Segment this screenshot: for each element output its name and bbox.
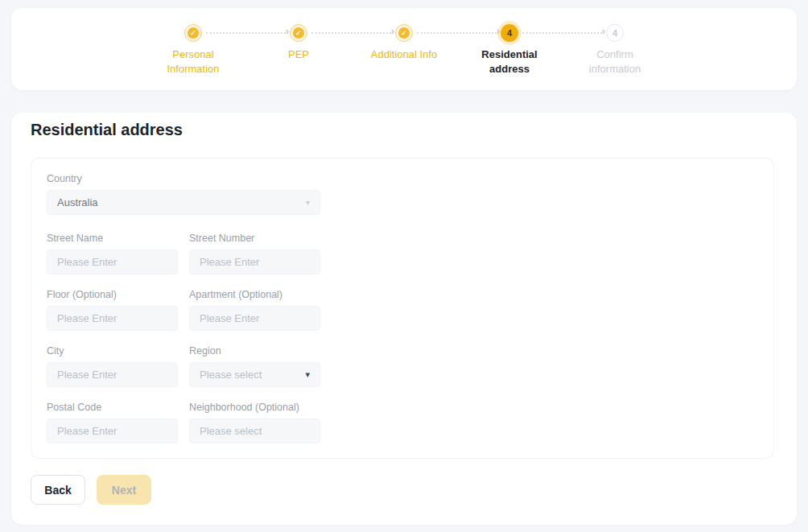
region-placeholder: Please select xyxy=(200,369,262,381)
chevron-down-icon: ▾ xyxy=(305,370,310,379)
floor-label: Floor (Optional) xyxy=(47,289,178,300)
check-icon: ✓ xyxy=(188,27,199,39)
page: ✓ Personal Information › ✓ PEP › ✓ xyxy=(0,0,808,532)
postal-code-input[interactable] xyxy=(47,419,178,443)
city-label: City xyxy=(47,345,178,357)
step-number-upcoming: 4 xyxy=(606,24,624,42)
postal-code-label: Postal Code xyxy=(47,402,178,413)
step-number-active: 4 xyxy=(501,24,518,42)
field-street-number: Street Number xyxy=(189,233,320,274)
arrow-right-icon: › xyxy=(497,26,500,36)
step-label: Personal Information xyxy=(151,47,235,76)
field-city: City xyxy=(47,345,178,387)
field-floor: Floor (Optional) xyxy=(47,289,178,331)
field-postal-code: Postal Code xyxy=(47,402,178,443)
step-circle: 4 xyxy=(501,24,518,42)
step-label: Confirm information xyxy=(573,47,657,76)
neighborhood-select[interactable]: Please select xyxy=(189,419,320,443)
street-number-input[interactable] xyxy=(189,250,320,274)
arrow-right-icon: › xyxy=(391,26,394,36)
page-title: Residential address xyxy=(31,121,183,139)
check-icon: ✓ xyxy=(398,27,410,39)
step-ring: ✓ xyxy=(290,24,307,42)
stepper-step-confirm-information: › 4 Confirm information xyxy=(563,24,668,76)
step-label: Additional Info xyxy=(371,47,437,62)
field-apartment: Apartment (Optional) xyxy=(189,289,320,331)
city-input[interactable] xyxy=(47,362,178,387)
country-select[interactable]: Australia ▾ xyxy=(47,190,320,215)
step-ring: ✓ xyxy=(395,24,413,42)
stepper-card: ✓ Personal Information › ✓ PEP › ✓ xyxy=(11,8,797,90)
arrow-right-icon: › xyxy=(286,26,289,36)
neighborhood-placeholder: Please select xyxy=(200,425,262,437)
step-circle: 4 xyxy=(606,24,624,42)
back-button[interactable]: Back xyxy=(31,475,85,505)
floor-input[interactable] xyxy=(47,306,178,331)
arrow-right-icon: › xyxy=(602,26,605,36)
stepper-connector: › xyxy=(417,32,497,34)
field-region: Region Please select ▾ xyxy=(189,345,320,387)
stepper-connector: › xyxy=(206,32,286,34)
step-circle: ✓ xyxy=(184,24,202,42)
country-label: Country xyxy=(47,173,320,184)
step-label: PEP xyxy=(288,47,309,62)
field-street-name: Street Name xyxy=(47,233,178,274)
address-fieldset: Country Australia ▾ Street Name Street N… xyxy=(31,158,774,459)
street-name-label: Street Name xyxy=(47,233,178,244)
country-value: Australia xyxy=(57,196,98,208)
field-country: Country Australia ▾ xyxy=(47,173,320,215)
field-neighborhood: Neighborhood (Optional) Please select xyxy=(189,402,320,443)
street-name-input[interactable] xyxy=(47,250,178,274)
stepper-connector: › xyxy=(311,32,391,34)
stepper-connector: › xyxy=(522,32,602,34)
step-ring: ✓ xyxy=(184,24,202,42)
region-select[interactable]: Please select ▾ xyxy=(189,362,320,387)
step-label: Residential address xyxy=(468,47,551,76)
neighborhood-label: Neighborhood (Optional) xyxy=(189,402,320,413)
street-number-label: Street Number xyxy=(189,233,320,244)
apartment-label: Apartment (Optional) xyxy=(189,289,320,300)
step-circle: ✓ xyxy=(290,24,307,42)
chevron-down-icon: ▾ xyxy=(306,199,310,207)
progress-stepper: ✓ Personal Information › ✓ PEP › ✓ xyxy=(11,8,797,76)
step-circle: ✓ xyxy=(395,24,413,42)
next-button[interactable]: Next xyxy=(97,475,151,505)
check-icon: ✓ xyxy=(293,27,304,39)
apartment-input[interactable] xyxy=(189,306,320,331)
region-label: Region xyxy=(189,345,320,357)
